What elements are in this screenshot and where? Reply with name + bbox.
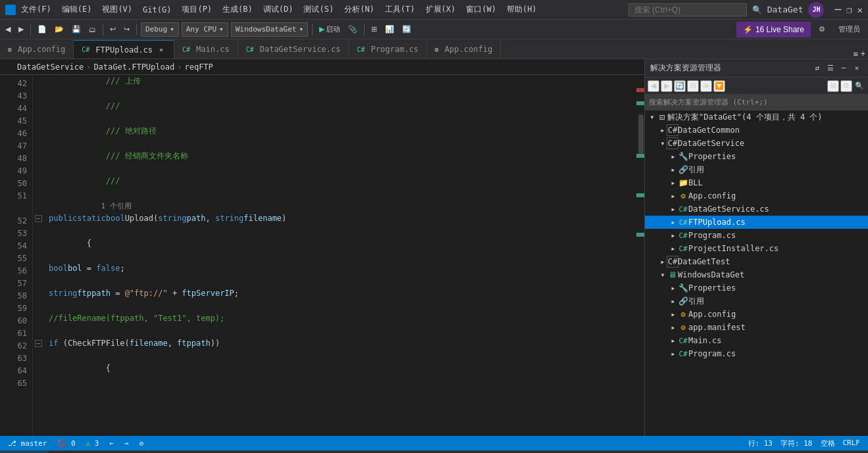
se-tree[interactable]: ▼⊡解决方案"DataGet"(4 个项目，共 4 个)▶C#DataGetCo…	[645, 110, 868, 436]
nav-back-status[interactable]: ←	[107, 439, 116, 448]
nav-fwd-btn[interactable]: ▶	[16, 22, 26, 37]
se-sync-btn[interactable]: ⇄	[811, 62, 823, 74]
live-share-btn[interactable]: ⚡ 16 Live Share	[736, 22, 811, 37]
tree-item[interactable]: ▶C#ProjectInstaller.cs	[645, 242, 868, 255]
status-col[interactable]: 字符: 18	[778, 439, 815, 448]
code-line[interactable]: {	[49, 362, 631, 375]
expand-arrow-icon[interactable]: ▶	[669, 203, 678, 216]
se-collapse-btn[interactable]: ⊟	[687, 80, 699, 92]
scroll-thumb[interactable]	[638, 114, 644, 154]
expand-arrow-icon[interactable]: ▶	[669, 176, 678, 189]
editor-tab[interactable]: ⚙App.config	[427, 40, 501, 59]
new-tab-btn[interactable]: +	[861, 49, 865, 59]
menu-item[interactable]: 工具(T)	[380, 3, 421, 17]
code-line[interactable]	[49, 225, 631, 237]
se-show-all-btn[interactable]: 👁	[700, 80, 712, 92]
tree-item[interactable]: ▶📁BLL	[645, 176, 868, 189]
code-line[interactable]	[49, 250, 631, 262]
tree-item[interactable]: ▶⚙App.config	[645, 308, 868, 321]
menu-item[interactable]: 帮助(H)	[501, 3, 542, 17]
se-back-btn[interactable]: ◀	[648, 80, 659, 92]
code-content[interactable]: /// 上传 /// /// 绝对路径 /// 经销商文件夹名称 /// 1 个…	[43, 75, 636, 436]
debug-config-dropdown[interactable]: Debug ▾	[141, 22, 179, 37]
code-line[interactable]: string ftppath = @"ftp://" + ftpServerIP…	[49, 287, 631, 300]
settings-icon[interactable]: ⚙	[816, 22, 828, 37]
menu-item[interactable]: 生成(B)	[217, 3, 258, 17]
code-line[interactable]	[49, 87, 631, 100]
user-avatar[interactable]: JH	[808, 2, 824, 18]
restore-btn[interactable]: ❐	[846, 5, 852, 15]
save-all-btn[interactable]: 🗂	[86, 22, 99, 37]
code-line[interactable]: //fileRename(ftppath, "Test1", temp);	[49, 312, 631, 325]
code-line[interactable]	[49, 300, 631, 312]
tree-item[interactable]: ▼🖥WindowsDataGet	[645, 268, 868, 281]
menu-item[interactable]: 项目(P)	[176, 3, 217, 17]
code-line[interactable]	[49, 350, 631, 362]
menu-item[interactable]: 调试(D)	[258, 3, 299, 17]
tree-item[interactable]: ▶C#Main.cs	[645, 334, 868, 347]
minimize-btn[interactable]: ─	[834, 3, 841, 16]
menu-item[interactable]: 文件(F)	[16, 3, 57, 17]
fold-btn[interactable]: ─	[33, 212, 43, 225]
se-filter-btn[interactable]: 🔽	[713, 80, 725, 92]
expand-arrow-icon[interactable]: ▶	[669, 189, 678, 203]
tree-item[interactable]: ▶⚙App.config	[645, 189, 868, 203]
se-preview-btn[interactable]: ⊞	[827, 80, 839, 92]
tree-item[interactable]: ▶🔗引用	[645, 163, 868, 176]
code-editor[interactable]: 4243444546474849505152535455565758596061…	[0, 75, 644, 436]
breadcrumb-class[interactable]: DataGet.FTPUpload	[93, 62, 174, 72]
tree-item[interactable]: ▶🔧Properties	[645, 281, 868, 295]
code-line[interactable]: ///	[49, 175, 631, 187]
expand-arrow-icon[interactable]: ▶	[669, 242, 678, 255]
tab-list-icon[interactable]: ≡	[854, 49, 858, 59]
se-min-btn[interactable]: ─	[838, 62, 850, 74]
status-branch[interactable]: ⎇ master	[5, 439, 49, 448]
code-line[interactable]	[49, 112, 631, 125]
code-line[interactable]	[49, 325, 631, 337]
se-props-btn[interactable]: ☰	[825, 62, 836, 74]
nav-back-btn[interactable]: ◀	[3, 22, 13, 37]
editor-tab[interactable]: C#FTPUpload.cs✕	[74, 40, 174, 59]
nav-fwd-status[interactable]: →	[122, 439, 132, 448]
global-search[interactable]	[628, 3, 747, 16]
code-line[interactable]: /// 经销商文件夹名称	[49, 150, 631, 162]
menu-item[interactable]: 测试(S)	[298, 3, 339, 17]
code-line[interactable]: /// 绝对路径	[49, 125, 631, 137]
menu-item[interactable]: 窗口(W)	[461, 3, 501, 17]
breadcrumb-service[interactable]: DataGetService	[17, 62, 84, 72]
tree-item[interactable]: ▼⊡解决方案"DataGet"(4 个项目，共 4 个)	[645, 110, 868, 124]
tree-item[interactable]: ▶C#DataGetTest	[645, 255, 868, 268]
menu-item[interactable]: Git(G)	[138, 3, 176, 17]
expand-arrow-icon[interactable]: ▶	[669, 163, 678, 176]
open-btn[interactable]: 📂	[52, 22, 66, 37]
status-errors[interactable]: 🚫 0	[55, 439, 78, 448]
expand-arrow-icon[interactable]: ▶	[669, 216, 678, 229]
code-line[interactable]: {	[49, 237, 631, 250]
status-line[interactable]: 行: 13	[746, 439, 776, 448]
expand-arrow-icon[interactable]: ▶	[669, 321, 678, 334]
code-line[interactable]: public static bool Upload(string path, s…	[49, 212, 631, 225]
redo-btn[interactable]: ↪	[121, 22, 132, 37]
status-filter[interactable]: ⊘	[137, 439, 147, 448]
menu-item[interactable]: 视图(V)	[97, 3, 138, 17]
expand-arrow-icon[interactable]: ▶	[669, 229, 678, 242]
platform-dropdown[interactable]: Any CPU ▾	[182, 22, 228, 37]
tab-close-btn[interactable]: ✕	[157, 45, 166, 55]
save-btn[interactable]: 💾	[69, 22, 84, 37]
new-file-btn[interactable]: 📄	[35, 22, 49, 37]
expand-arrow-icon[interactable]: ▶	[669, 281, 678, 295]
code-line[interactable]: /// 上传	[49, 75, 631, 87]
code-line[interactable]	[49, 187, 631, 200]
code-line[interactable]: ///	[49, 100, 631, 112]
toolbar-icon-2[interactable]: 📊	[382, 22, 397, 37]
close-btn[interactable]: ✕	[857, 5, 863, 15]
tab-overflow[interactable]: ≡ +	[851, 49, 868, 59]
code-line[interactable]: if (CheckFTPFile(filename, ftppath))	[49, 337, 631, 350]
tree-item[interactable]: ▶C#Program.cs	[645, 229, 868, 242]
status-encoding[interactable]: CRLF	[840, 439, 863, 448]
tree-item[interactable]: ▶🔗引用	[645, 295, 868, 308]
se-fwd-btn[interactable]: ▶	[661, 80, 673, 92]
collapse-arrow-icon[interactable]: ▼	[658, 268, 667, 281]
expand-arrow-icon[interactable]: ▶	[669, 295, 678, 308]
code-line[interactable]: bool bol = false;	[49, 262, 631, 275]
